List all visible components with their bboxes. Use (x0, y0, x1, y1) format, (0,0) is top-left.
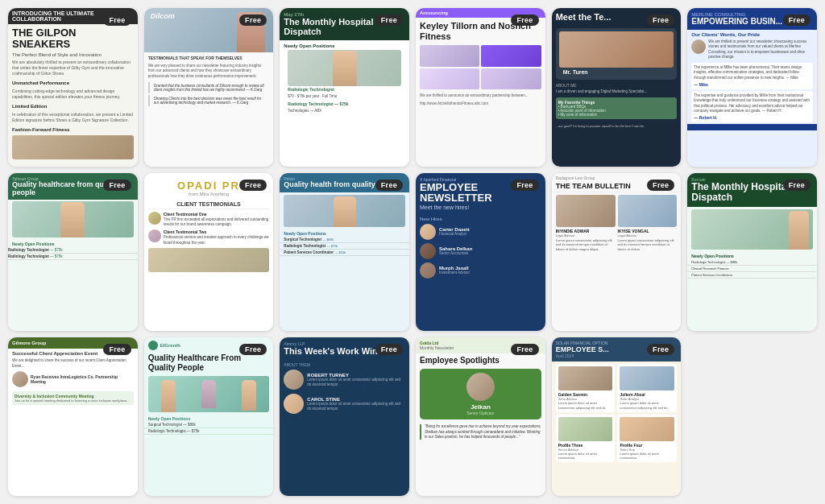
tallman-pos2-salary: — $75k (50, 254, 63, 258)
pelsin-pos1: Surgical Technologist — $80k (280, 237, 409, 243)
opadi-t2-content: Client Testimonial Two Professional serv… (164, 229, 270, 246)
card-meet-team[interactable]: Free Meet the Te... Mr. Turen About Me I… (552, 8, 682, 167)
pelsin-img (284, 195, 405, 227)
winner-2-text: Lorem ipsum dolor sit amet consectetur a… (307, 402, 405, 411)
solar-p2-img (620, 366, 674, 390)
opadi-t2-avatar (148, 229, 161, 242)
card-pelsin[interactable]: Free Pelsin Quality health from quality … (280, 173, 409, 332)
opadi-t2-name: Client Testimonial Two (164, 229, 270, 235)
merline-bottom (687, 124, 817, 130)
opadi-section: CLIENT TESTIMONIALS (148, 199, 270, 209)
card-gilpon-sneakers[interactable]: Free INTRODUCING THE ULTIMATE COLLABORAT… (8, 8, 138, 167)
opadi-t2-text: Professional service and creative approa… (164, 235, 270, 246)
merline-t1: The experience at Millie has been phenom… (691, 63, 813, 89)
keyley-img3 (420, 68, 479, 90)
card-dilcom[interactable]: Free Dilcom TESTIMONIALS THAT SPEAK FOR … (144, 8, 274, 167)
meet-fav3: • My zone of information (558, 113, 675, 117)
pelsin-pos2-s: — $75k (327, 244, 338, 248)
card-merline[interactable]: Free MERLINE CONSULTING EMPOWERING BUSIN… (687, 8, 817, 167)
merline-body: We are thrilled to present our newslette… (708, 39, 813, 60)
dilcom-quote2: Showing Clients into the best decision w… (148, 95, 270, 106)
pelsin-pos1-s: — $80k (322, 238, 334, 242)
card-employee-solar[interactable]: Free SOLAR FINANCIAL OPTION EMPLOYEE S..… (552, 337, 682, 496)
keyley-img1 (420, 45, 479, 67)
opadi-t2: Client Testimonial Two Professional serv… (148, 229, 270, 246)
hire-2: Sahara Delkan Senior Accountant (420, 243, 541, 259)
free-badge-9: Free (375, 180, 403, 191)
hire-1-avatar (420, 224, 436, 240)
card-team-bulletin[interactable]: Free Dadagson Law Group THE TEAM BULLETI… (552, 173, 682, 332)
winner-2: CAROL STINE Lorem ipsum dolor sit amet c… (284, 394, 405, 414)
team-profile-2-img (618, 195, 678, 227)
meet-person-img (559, 31, 674, 68)
dispatch-section: Newly Open Positions Radiologic Technolo… (280, 40, 409, 118)
team-profile-1-role: Legal Advisor (556, 233, 616, 238)
free-badge-10: Free (511, 180, 538, 191)
dispatch-person (333, 51, 357, 86)
card-work-winners[interactable]: Free Attonry LLP This Week's Work Winner… (280, 337, 409, 496)
meet-person-card: Mr. Turen (556, 28, 678, 80)
dispatch-pos1: Radiologic Technologist — $80k (687, 259, 817, 266)
card-quality-tallman[interactable]: Free Tallman Group Quality healthcare fr… (8, 173, 138, 332)
pelsin-pos3-t: Patient Services Coordinator (284, 250, 334, 254)
tallman-img (12, 201, 134, 238)
merline-section: Our Clients' Words, Our Pride (687, 30, 817, 38)
gilpon-title: THE GILPON SNEAKERS (8, 24, 138, 52)
free-badge-13: Free (103, 344, 131, 355)
gilmore-d-text: Join us for a special meeting dedicated … (15, 399, 131, 403)
keyley-body: We are thrilled to announce an extraordi… (416, 92, 545, 100)
pelsin-pos3: Patient Services Coordinator — $55k (280, 250, 409, 256)
spotlights-quote: "Being for excellence gave rise to achie… (416, 422, 545, 442)
gilpon-sec3: Fashion-Forward Fitness (8, 126, 138, 133)
card-gilmore[interactable]: Free Gilmore Group Successful Client App… (8, 337, 138, 496)
free-badge-16: Free (511, 344, 538, 355)
dispatch-pos2: Radiology Technologist — $75k (284, 101, 405, 107)
spotlight-role: Senior Optician (424, 411, 537, 415)
winners-about: ABOUT THEM (284, 362, 405, 367)
emp-newsletter-subtitle: Meet the new hires! (420, 204, 541, 210)
card-hospital-dispatch-main[interactable]: Free May 27th The Monthly Hospital Dispa… (280, 8, 409, 167)
gilmore-p-name: Ryan Receives IntraLogistics Co. Partner… (31, 374, 134, 384)
card-spotlights[interactable]: Free Golda Ltd Monthly Newsletter Employ… (416, 337, 545, 496)
tallman-pos2-title: Radiology Technologist (8, 254, 49, 258)
solar-p2-text: Lorem ipsum dolor sit amet consectetur a… (620, 401, 674, 409)
team-profile-2-text: Lorem ipsum consectetur adipiscing elit … (618, 238, 678, 252)
card-opadi[interactable]: Free OPADI PR from Mira Anything CLIENT … (144, 173, 274, 332)
merline-t2-text: The expertise and guidance provided by M… (694, 93, 810, 114)
dilcom-brand: Dilcom (151, 12, 175, 20)
gilpon-sec2: Limited Edition (8, 102, 138, 109)
dilcom-body1: We are very pleased to share our newslet… (144, 62, 274, 81)
dispatch-tech-text: Technologies — ABX (284, 107, 405, 115)
hire-1: Carter Dasett Financial Analyst (420, 224, 541, 240)
tallman-person (60, 202, 85, 238)
gilmore-body: We are delighted to share the success of… (8, 357, 138, 370)
spotlight-avatar (466, 373, 495, 401)
solar-p3-img (558, 417, 613, 441)
card-quality-healthcare-large[interactable]: Free ElGrenth Quality Healthcare From Qu… (144, 337, 274, 496)
card-dispatch-large[interactable]: Free Borriatti The Monthly Hospital Disp… (687, 173, 817, 332)
team-profile-1: INYINDIE ADWAR Legal Advisor Lorem ipsum… (556, 195, 616, 252)
gilmore-diversity: Diversity & Inclusion Community Meeting … (12, 391, 134, 405)
meet-quote: ...our goal? I'm living to prepare mysel… (552, 122, 682, 131)
gilpon-img (12, 135, 134, 159)
solar-p1-img (558, 366, 613, 390)
solar-p3-text: Lorem ipsum dolor sit amet consectetur. (558, 452, 613, 460)
dispatch-pos1-detail: $70 - $75k per year · Full Time (284, 93, 405, 101)
free-badge-4: Free (511, 14, 538, 26)
free-badge-3: Free (375, 14, 403, 26)
pelsin-person (334, 196, 356, 227)
solar-p3: Profile Three Senior Advisor Lorem ipsum… (556, 415, 616, 462)
meet-about-text: I am a driven and engaging Digital Marke… (552, 89, 682, 95)
winner-1: ROBERT TURNEY Lorem ipsum dolor sit amet… (284, 370, 405, 390)
keyley-url: http://www.AtchellothonicsFitness.abc.co… (416, 100, 545, 108)
hire-3: Murph Jasall Investment Advisor (420, 262, 541, 279)
qh-pos1: Surgical Technologist — $80k (144, 422, 274, 428)
free-badge-15: Free (375, 344, 403, 355)
opadi-t1-text: This PR firm exceeded all expectations a… (164, 217, 270, 228)
pelsin-pos2-t: Radiologic Technologist (284, 244, 325, 248)
card-employee-newsletter[interactable]: Free X Aperford Financial EMPLOYEE NEWSL… (416, 173, 545, 332)
opadi-t1-content: Client Testimonial One This PR firm exce… (164, 212, 270, 228)
qh-title: Quality Healthcare From Quality People (144, 352, 274, 374)
gilpon-body: We are absolutely thrilled to present an… (8, 57, 138, 79)
card-keyley[interactable]: Free Announcing Keyley Tillorn and Noshc… (416, 8, 545, 167)
